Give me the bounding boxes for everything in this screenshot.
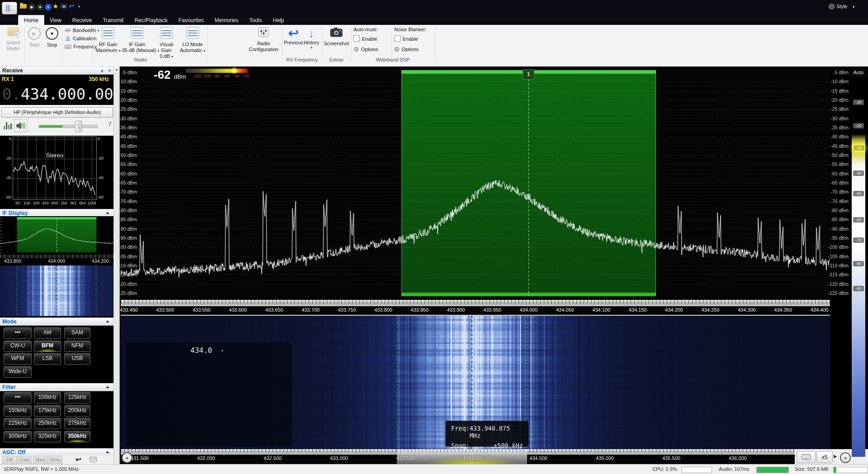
mode-button-wfm[interactable]: WFM: [4, 353, 32, 365]
filter-button-125khz[interactable]: 125kHz: [64, 392, 90, 403]
mode-button-bfm[interactable]: BFM: [34, 341, 61, 352]
filter-button-275khz[interactable]: 275kHz: [64, 418, 90, 429]
frequency-button[interactable]: Frequency: [65, 44, 97, 49]
mode-button-usb[interactable]: USB: [64, 353, 90, 365]
filter-button-250khz[interactable]: 250kHz: [34, 418, 61, 429]
favourite-star-icon[interactable]: ★: [52, 2, 58, 10]
open-folder-icon[interactable]: [20, 4, 27, 9]
collapse-icon[interactable]: [106, 320, 109, 322]
colorbar-auto-label[interactable]: Auto: [851, 68, 866, 77]
lo-mode-button[interactable]: LO Mode Automatic▾: [179, 27, 206, 54]
history-button[interactable]: ↓ History ▾: [303, 27, 320, 50]
auto-mute-checkbox[interactable]: [354, 35, 360, 42]
style-button[interactable]: Style: [836, 4, 847, 9]
noise-blanker-enable[interactable]: Enable: [394, 34, 427, 43]
undo-icon[interactable]: ↩: [69, 2, 75, 10]
notch-icon[interactable]: [90, 457, 97, 462]
mute-speaker-button[interactable]: [14, 119, 28, 132]
if-gain-button[interactable]: IF Gain -35 dB (Manual)▾: [120, 27, 154, 54]
select-radio-button[interactable]: ▶ Select Radio: [3, 27, 24, 52]
stop-button[interactable]: ■ Stop: [44, 27, 60, 48]
auto-mute-options[interactable]: Options: [354, 45, 378, 53]
spectrum-ruler[interactable]: [121, 300, 830, 306]
band-zoom-caret[interactable]: ▶: [834, 454, 837, 459]
band-x-label[interactable]: 435.000: [591, 455, 618, 461]
radio-configuration-button[interactable]: Radio Configuration: [244, 27, 283, 52]
visual-gain-button[interactable]: Visual Gain 0 dB▾: [154, 27, 179, 60]
filter-button-350khz[interactable]: 350kHz: [64, 431, 90, 442]
if-spectrum-display[interactable]: [0, 216, 113, 255]
band-x-label[interactable]: 433.000: [326, 455, 353, 461]
filter-button-300khz[interactable]: 300kHz: [4, 431, 32, 442]
previous-button[interactable]: ↩ Previous: [284, 27, 303, 46]
tab-transmit[interactable]: Transmit: [97, 15, 129, 25]
band-scroll-left-button[interactable]: «: [122, 452, 132, 463]
panel-close-icon[interactable]: ×: [108, 67, 111, 74]
app-menu-button[interactable]: [2, 2, 17, 14]
noise-blanker-options[interactable]: Options: [394, 45, 427, 53]
calibration-button[interactable]: Calibration: [65, 36, 97, 41]
mode-button-wideu[interactable]: Wide-U: [4, 366, 32, 378]
mode-button-am[interactable]: AM: [34, 327, 61, 339]
filter-button-150khz[interactable]: 150kHz: [4, 405, 32, 417]
band-zoom-button[interactable]: x5: [816, 451, 833, 463]
mode-button-nfm[interactable]: NFM: [64, 341, 90, 352]
if-waterfall-display[interactable]: [0, 265, 113, 316]
rx-marker-badge[interactable]: 1: [523, 69, 534, 80]
style-dropdown-caret[interactable]: ▾: [853, 5, 854, 9]
tab-view[interactable]: View: [44, 15, 67, 25]
filter-button-325khz[interactable]: 325kHz: [34, 431, 61, 442]
agc-button-off[interactable]: Off: [2, 456, 17, 465]
bandwidth-button[interactable]: Bandwidth▾: [65, 28, 99, 33]
agc-button-fast[interactable]: Fast: [17, 456, 32, 465]
mode-button-cwu[interactable]: CW-U: [4, 341, 32, 352]
collapse-icon[interactable]: [106, 451, 109, 453]
panel-dropdown-icon[interactable]: ▾: [101, 67, 103, 75]
camera-icon[interactable]: [61, 4, 67, 9]
tab-rec-playback[interactable]: Rec/Playback: [129, 15, 173, 25]
tab-home[interactable]: Home: [18, 15, 44, 25]
tab-memories[interactable]: Memories: [209, 15, 244, 25]
undo-mode-icon[interactable]: ↩: [75, 455, 81, 464]
screenshot-button[interactable]: Screenshot: [324, 27, 349, 47]
filter-button-100khz[interactable]: 100kHz: [34, 392, 61, 403]
mode-button-[interactable]: •••: [4, 327, 32, 339]
tab-help[interactable]: Help: [268, 15, 290, 25]
stop-icon[interactable]: ■: [37, 4, 43, 10]
tab-tools[interactable]: Tools: [244, 15, 268, 25]
mode-button-sam[interactable]: SAM: [64, 327, 90, 339]
band-x-label[interactable]: 435.500: [658, 455, 685, 461]
tab-receive[interactable]: Receive: [67, 15, 97, 25]
collapse-icon[interactable]: [106, 386, 109, 388]
filter-button-[interactable]: •••: [4, 392, 32, 403]
rf-gain-button[interactable]: RF Gain Maximum▾: [95, 27, 121, 54]
add-radio-icon[interactable]: +: [45, 4, 52, 10]
equalizer-icon[interactable]: [4, 122, 12, 129]
noise-blanker-checkbox[interactable]: [394, 35, 401, 42]
play-icon[interactable]: ▶: [28, 4, 35, 10]
tab-favourites[interactable]: Favourites: [173, 15, 209, 25]
band-x-label[interactable]: 432.500: [259, 455, 286, 461]
band-x-label[interactable]: 432.000: [193, 455, 220, 461]
start-button[interactable]: ▶ Start: [26, 27, 42, 48]
frequency-display[interactable]: 0.434.000.000: [0, 83, 113, 105]
filter-button-225khz[interactable]: 225kHz: [4, 418, 32, 429]
band-keyboard-button[interactable]: [797, 451, 816, 463]
agc-button-med[interactable]: Med: [33, 456, 47, 465]
band-x-label[interactable]: 434.000: [458, 455, 486, 461]
band-x-label[interactable]: 433.500: [392, 455, 419, 461]
volume-slider-handle[interactable]: [75, 121, 82, 132]
band-scroll-right-button[interactable]: »: [840, 452, 851, 463]
spectrum-display[interactable]: [121, 66, 830, 300]
audio-spectrum-display[interactable]: [13, 137, 97, 200]
volume-slider-track[interactable]: [38, 125, 98, 128]
filter-button-175khz[interactable]: 175kHz: [34, 405, 61, 417]
collapse-icon[interactable]: [106, 212, 109, 214]
filter-button-200khz[interactable]: 200kHz: [64, 405, 90, 417]
band-x-label[interactable]: 436.000: [724, 455, 751, 461]
qat-dropdown-icon[interactable]: ▾: [78, 5, 80, 9]
auto-mute-enable[interactable]: Enable: [354, 34, 378, 43]
band-x-label[interactable]: 434.500: [525, 455, 552, 461]
agc-button-slow[interactable]: Slow: [48, 456, 62, 465]
mode-button-lsb[interactable]: LSB: [34, 353, 61, 365]
